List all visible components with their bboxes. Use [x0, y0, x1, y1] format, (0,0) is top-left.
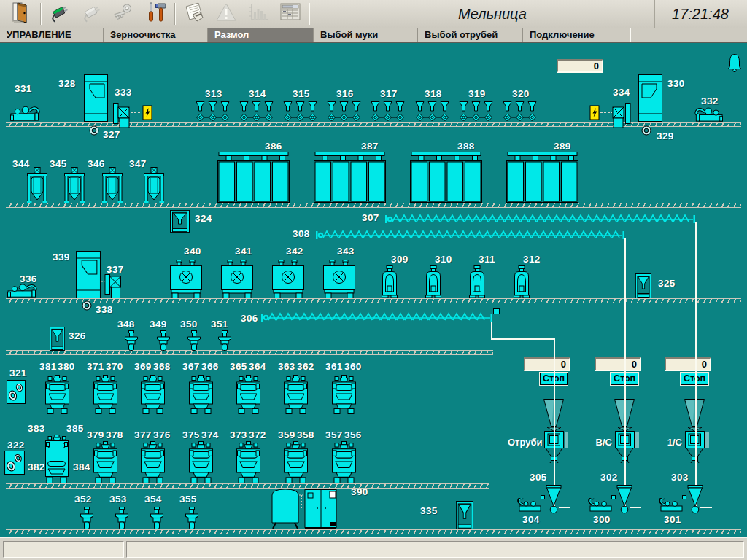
bagging-scale-icon[interactable] — [685, 427, 709, 463]
exit-button[interactable] — [6, 2, 38, 26]
equipment-344[interactable] — [27, 167, 47, 203]
equipment-318[interactable] — [415, 101, 451, 123]
equipment-321[interactable] — [7, 380, 26, 404]
equipment-331[interactable] — [10, 104, 41, 122]
connect-button[interactable] — [44, 2, 76, 26]
disconnect-button[interactable] — [76, 2, 108, 26]
weight-value-vs[interactable]: 0 — [595, 357, 641, 371]
equipment-348[interactable] — [125, 330, 138, 351]
feed-funnel-icon[interactable] — [684, 399, 705, 427]
tab-vyboy-otrubey[interactable]: Выбой отрубей — [418, 28, 523, 42]
bagging-scale-icon[interactable] — [615, 427, 639, 463]
equipment-mill-361-360[interactable] — [332, 375, 356, 414]
weight-value-1s[interactable]: 0 — [665, 357, 711, 371]
equipment-mill-371-370[interactable] — [93, 375, 117, 414]
equipment-355[interactable] — [185, 507, 198, 529]
tab-upravlenie[interactable]: УПРАВЛЕНИЕ — [0, 28, 104, 42]
equipment-350[interactable] — [187, 330, 201, 351]
equipment-303[interactable] — [687, 485, 703, 514]
equipment-390[interactable] — [271, 488, 338, 529]
equipment-339[interactable] — [76, 251, 101, 298]
equipment-388[interactable] — [410, 152, 482, 203]
tab-podklyuchenie[interactable]: Подключение — [523, 28, 630, 42]
equipment-304[interactable] — [517, 498, 543, 512]
equipment-325[interactable] — [635, 273, 651, 298]
equipment-312[interactable] — [513, 265, 530, 298]
equipment-330[interactable] — [638, 74, 662, 122]
equipment-328[interactable] — [84, 74, 108, 122]
equipment-386[interactable] — [217, 152, 290, 203]
equipment-347[interactable] — [144, 167, 164, 203]
equipment-315[interactable] — [283, 101, 319, 123]
toolbar-separator — [309, 3, 310, 25]
equipment-300[interactable] — [588, 498, 614, 512]
equipment-mill-363-362[interactable] — [284, 375, 308, 414]
equipment-mill-383-385-382-384[interactable] — [45, 435, 69, 483]
equipment-342[interactable] — [272, 260, 304, 298]
equipment-326[interactable] — [50, 327, 65, 351]
equipment-332[interactable] — [694, 106, 723, 122]
equipment-334[interactable] — [589, 103, 631, 128]
equipment-354[interactable] — [150, 507, 163, 529]
equipment-302[interactable] — [616, 485, 632, 514]
equipment-346[interactable] — [102, 167, 123, 203]
equipment-mill-379-378[interactable] — [93, 441, 117, 483]
equipment-label: 320 — [512, 88, 530, 99]
equipment-301[interactable] — [659, 498, 685, 512]
equipment-333[interactable] — [113, 103, 153, 128]
equipment-320[interactable] — [503, 101, 538, 123]
equipment-311[interactable] — [468, 265, 486, 298]
equipment-mill-367-366[interactable] — [189, 375, 213, 414]
tab-zernoochistka[interactable]: Зерноочистка — [104, 28, 208, 42]
equipment-336[interactable] — [7, 282, 38, 298]
equipment-387[interactable] — [314, 152, 386, 203]
equipment-mill-373-372[interactable] — [236, 441, 260, 483]
equipment-337[interactable] — [101, 274, 121, 298]
equipment-mill-375-374[interactable] — [189, 441, 213, 483]
equipment-mill-357-356[interactable] — [332, 441, 356, 483]
weight-value-otrubi[interactable]: 0 — [524, 357, 570, 371]
equipment-341[interactable] — [221, 260, 253, 298]
equipment-322[interactable] — [4, 451, 25, 475]
table-button[interactable] — [274, 2, 306, 26]
access-key-button[interactable] — [108, 2, 140, 26]
alarm-bell-icon[interactable] — [726, 53, 743, 72]
equipment-mill-365-364[interactable] — [236, 375, 260, 414]
equipment-319[interactable] — [459, 101, 495, 123]
report-button[interactable] — [178, 2, 210, 26]
equipment-338[interactable] — [82, 300, 92, 311]
trends-button[interactable] — [242, 2, 274, 26]
equipment-mill-381-380[interactable] — [45, 375, 69, 414]
equipment-329[interactable] — [641, 125, 651, 136]
equipment-306[interactable] — [261, 312, 492, 322]
equipment-309[interactable] — [381, 265, 398, 298]
equipment-343[interactable] — [323, 260, 355, 298]
equipment-310[interactable] — [425, 265, 442, 298]
equipment-324[interactable] — [170, 210, 190, 233]
alarms-button[interactable] — [210, 2, 242, 26]
equipment-327[interactable] — [89, 125, 99, 136]
equipment-352[interactable] — [80, 507, 93, 529]
equipment-mill-359-358[interactable] — [284, 441, 308, 483]
stop-button-1s[interactable]: Стоп — [681, 373, 708, 385]
equipment-335[interactable] — [456, 501, 473, 529]
equipment-353[interactable] — [115, 507, 128, 529]
equipment-308[interactable] — [316, 230, 624, 240]
equipment-389[interactable] — [506, 152, 578, 203]
equipment-349[interactable] — [157, 330, 170, 351]
equipment-314[interactable] — [239, 101, 275, 123]
equipment-351[interactable] — [218, 330, 231, 351]
equipment-307[interactable] — [385, 214, 695, 224]
setup-tools-button[interactable] — [140, 2, 172, 26]
equipment-340[interactable] — [170, 260, 202, 298]
tab-razmol[interactable]: Размол — [208, 28, 314, 42]
equipment-317[interactable] — [371, 101, 406, 123]
equipment-316[interactable] — [327, 101, 363, 123]
bagging-scale-icon[interactable] — [544, 427, 568, 463]
equipment-345[interactable] — [64, 167, 85, 203]
tab-vyboy-muki[interactable]: Выбой муки — [314, 28, 418, 42]
equipment-mill-369-368[interactable] — [141, 375, 165, 414]
equipment-305[interactable] — [546, 485, 562, 514]
equipment-313[interactable] — [196, 101, 231, 123]
equipment-mill-377-376[interactable] — [141, 441, 165, 483]
